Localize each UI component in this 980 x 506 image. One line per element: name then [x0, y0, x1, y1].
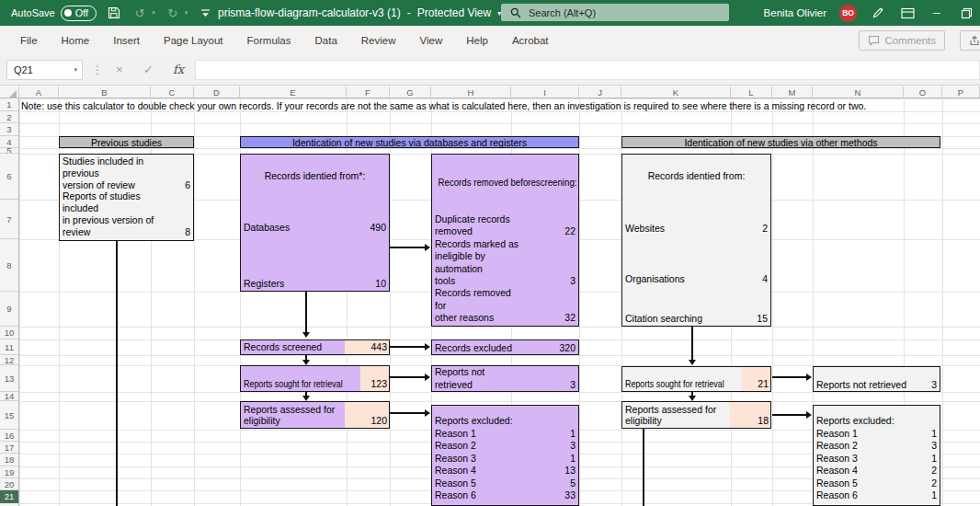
tab-review[interactable]: Review	[349, 26, 408, 55]
tab-home[interactable]: Home	[50, 26, 102, 55]
row-header-13[interactable]: 13	[0, 365, 18, 392]
ribbon-display-options-icon[interactable]	[899, 4, 916, 22]
column-header-G[interactable]: G	[390, 86, 431, 98]
quick-access-menu-icon[interactable]	[197, 4, 213, 22]
enter-icon[interactable]: ✓	[143, 63, 154, 76]
reports-excluded-right-box[interactable]: Reports excluded: Reason 11 Reason 23 Re…	[813, 405, 940, 506]
note-cell[interactable]: Note: use this calculator to double chec…	[21, 100, 866, 111]
row-header-16[interactable]: 16	[0, 430, 18, 442]
records-screened-box[interactable]: Records screened 443	[240, 339, 390, 355]
row-header-21[interactable]: 21	[0, 490, 18, 503]
comments-button[interactable]: Comments	[859, 30, 945, 51]
user-name[interactable]: Benita Olivier	[764, 7, 826, 18]
arrow-sought-right-to-assessed	[691, 392, 693, 396]
document-title[interactable]: prisma-flow-diagram-calculator-v3 (1) - …	[218, 0, 501, 26]
save-icon[interactable]	[106, 4, 122, 22]
row-header-12[interactable]: 12	[0, 355, 18, 365]
arrow-screened-to-sought	[305, 355, 307, 360]
tab-file[interactable]: File	[8, 26, 50, 55]
row-header-7[interactable]: 7	[0, 200, 18, 239]
reports-not-retrieved-box[interactable]: Reports not retrieved3	[431, 365, 579, 392]
minimize-icon[interactable]: ─	[929, 4, 945, 22]
column-headers: ABCDEFGHIJKLMNOP	[0, 86, 980, 98]
reports-sought-box[interactable]: Reports sought for retrieval 123	[240, 365, 390, 392]
tab-help[interactable]: Help	[454, 26, 500, 55]
section-header-previous-studies[interactable]: Previous studies	[59, 136, 194, 148]
records-removed-box[interactable]: Records removed beforescreening: Duplica…	[431, 154, 579, 327]
arrow-sought-to-assessed	[305, 392, 307, 396]
column-header-H[interactable]: H	[431, 86, 511, 98]
autosave-toggle[interactable]: Off	[61, 6, 97, 21]
autosave-control[interactable]: AutoSave Off	[11, 6, 97, 21]
row-header-17[interactable]: 17	[0, 442, 18, 454]
row-header-2[interactable]: 2	[0, 111, 18, 123]
previous-studies-box[interactable]: Studies included in previous version of …	[59, 154, 194, 241]
reports-assessed-right-box[interactable]: Reports assessed for eligibility 18	[621, 401, 771, 429]
arrow-sought-right-to-not-retrieved	[772, 376, 806, 378]
row-header-4[interactable]: 4	[0, 136, 18, 148]
gridline	[772, 98, 773, 506]
column-header-C[interactable]: C	[151, 86, 194, 98]
reports-not-retrieved-right-box[interactable]: Reports not retrieved3	[813, 366, 940, 392]
formula-bar-grip-icon: ⋮	[92, 63, 103, 76]
records-identified-box[interactable]: Records identied from*: Databases490 Reg…	[240, 154, 390, 292]
column-header-P[interactable]: P	[942, 86, 980, 98]
formula-input[interactable]	[195, 60, 980, 80]
name-box[interactable]: Q21 ▾	[6, 60, 83, 80]
tab-insert[interactable]: Insert	[101, 26, 152, 55]
tab-acrobat[interactable]: Acrobat	[500, 26, 561, 55]
reports-sought-right-box[interactable]: Reports sought for retrieval 21	[621, 366, 771, 392]
gridline	[19, 123, 980, 124]
records-excluded-box[interactable]: Records excluded320	[431, 339, 579, 355]
records-identified-other-box[interactable]: Records identied from: Websites2 Organis…	[621, 154, 771, 327]
column-header-L[interactable]: L	[731, 86, 772, 98]
column-header-J[interactable]: J	[579, 86, 621, 98]
column-header-B[interactable]: B	[59, 86, 151, 98]
column-header-A[interactable]: A	[19, 86, 59, 98]
row-header-14[interactable]: 14	[0, 392, 18, 401]
row-header-10[interactable]: 10	[0, 327, 18, 339]
column-header-N[interactable]: N	[813, 86, 904, 98]
gridline	[19, 401, 980, 402]
row-header-6[interactable]: 6	[0, 154, 18, 200]
row-header-20[interactable]: 20	[0, 478, 18, 490]
ribbon-tab-bar: File Home Insert Page Layout Formulas Da…	[0, 26, 980, 56]
restore-window-icon[interactable]	[958, 4, 974, 22]
row-header-18[interactable]: 18	[0, 454, 18, 466]
row-header-9[interactable]: 9	[0, 292, 18, 327]
column-header-F[interactable]: F	[347, 86, 390, 98]
tab-page-layout[interactable]: Page Layout	[152, 26, 235, 55]
select-all-corner[interactable]	[0, 86, 19, 98]
share-button[interactable]: Share	[960, 30, 980, 51]
arrow-assessed-to-excluded	[390, 412, 425, 414]
name-box-caret-icon[interactable]: ▾	[74, 66, 77, 74]
inking-pen-icon[interactable]	[870, 4, 886, 22]
title-separator: -	[407, 6, 411, 19]
tab-view[interactable]: View	[408, 26, 455, 55]
column-header-I[interactable]: I	[511, 86, 579, 98]
reports-assessed-box[interactable]: Reports assessed for eligibility 120	[240, 401, 390, 429]
tab-formulas[interactable]: Formulas	[235, 26, 303, 55]
column-header-K[interactable]: K	[621, 86, 731, 98]
row-header-11[interactable]: 11	[0, 339, 18, 355]
row-header-3[interactable]: 3	[0, 123, 18, 136]
column-header-O[interactable]: O	[904, 86, 942, 98]
column-header-E[interactable]: E	[240, 86, 347, 98]
avatar[interactable]: BO	[839, 5, 857, 22]
column-header-D[interactable]: D	[194, 86, 240, 98]
row-header-15[interactable]: 15	[0, 401, 18, 430]
section-header-databases-registers[interactable]: Identication of new studies via database…	[240, 136, 579, 148]
insert-function-icon[interactable]: fx	[173, 63, 184, 76]
row-header-8[interactable]: 8	[0, 239, 18, 292]
tab-data[interactable]: Data	[303, 26, 349, 55]
undo-icon: ↺	[131, 4, 148, 22]
search-box[interactable]: Search (Alt+Q)	[501, 4, 729, 21]
cancel-icon[interactable]: ×	[116, 63, 123, 76]
row-header-1[interactable]: 1	[0, 98, 18, 111]
gridline	[19, 355, 980, 356]
reports-excluded-box[interactable]: Reports excluded: Reason 11 Reason 23 Re…	[431, 405, 579, 506]
column-header-M[interactable]: M	[772, 86, 813, 98]
section-header-other-methods[interactable]: Identication of new studies via other me…	[621, 136, 940, 148]
row-header-19[interactable]: 19	[0, 466, 18, 478]
autosave-state: Off	[75, 7, 88, 18]
